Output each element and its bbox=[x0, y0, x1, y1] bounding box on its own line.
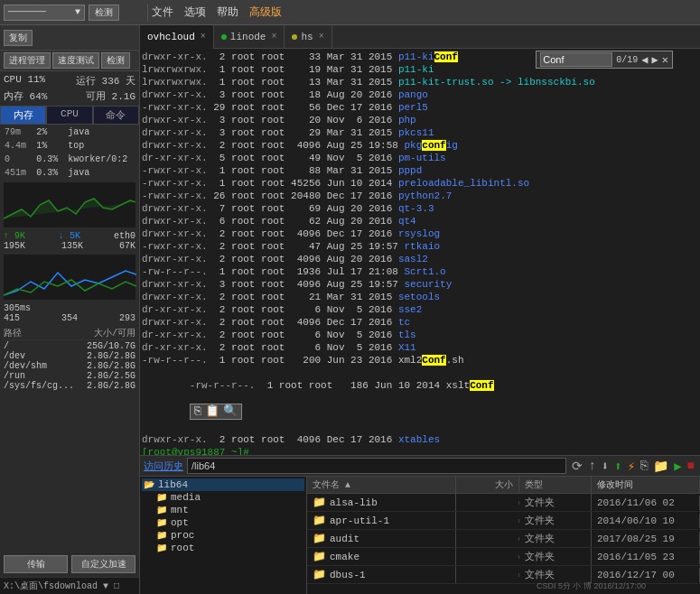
tab-cpu[interactable]: CPU bbox=[46, 106, 92, 125]
table-row: 4.4m1%top bbox=[2, 140, 137, 152]
search-input[interactable] bbox=[540, 52, 612, 67]
custom-accel-btn[interactable]: 自定义加速 bbox=[71, 555, 135, 573]
menu-file[interactable]: 文件 bbox=[152, 5, 173, 20]
stop-icon[interactable]: ■ bbox=[686, 459, 696, 474]
main-layout: 复制 进程管理 速度测试 检测 CPU 11% 运行 336 天 内存 64% … bbox=[0, 25, 700, 594]
cpu-chart bbox=[4, 182, 135, 227]
explorer-path[interactable]: X:\桌面\fsdownload ▼ □ bbox=[0, 577, 139, 594]
term-line: drwxr-xr-x. 2 root root 4096 Dec 17 2016… bbox=[142, 227, 698, 240]
ovhcloud-close[interactable]: × bbox=[201, 32, 206, 42]
prompt-line: [root@vps91887 ~]# bbox=[142, 446, 698, 455]
search-close[interactable]: ✕ bbox=[662, 53, 668, 67]
tree-label: lib64 bbox=[158, 479, 188, 490]
term-line: drwxr-xr-x. 2 root root 21 Mar 31 2015 s… bbox=[142, 291, 698, 303]
address-bar: 访问历史 ⟳ ↑ ⬇ ⬆ ⚡ ⎘ 📁 ▶ ■ bbox=[140, 455, 700, 477]
file-row-apr[interactable]: 📁apr-util-1 文件夹 2014/06/10 10 bbox=[307, 512, 700, 530]
term-line: drwxr-xr-x. 3 root root 4096 Aug 25 19:5… bbox=[142, 278, 698, 291]
menu-help[interactable]: 帮助 bbox=[217, 5, 238, 20]
flash-icon[interactable]: ⚡ bbox=[626, 459, 637, 474]
term-line: drwxr-xr-x. 6 root root 62 Aug 20 2016 q… bbox=[142, 215, 698, 227]
tree-label: root bbox=[171, 543, 194, 553]
net-up: ↑ 9K bbox=[4, 231, 25, 241]
term-line: -rwxr-xr-x. 2 root root 47 Aug 25 19:57 … bbox=[142, 240, 698, 253]
disk-row: /dev/shm2.8G/2.8G bbox=[4, 361, 135, 371]
mem-percent: 内存 64% bbox=[4, 89, 47, 103]
refresh-icon[interactable]: ⟳ bbox=[570, 459, 584, 474]
table-row: 79m2%java bbox=[2, 126, 137, 138]
download-icon[interactable]: ⬇ bbox=[600, 459, 611, 474]
top-menu: 文件 选项 帮助 高级版 bbox=[152, 5, 282, 20]
path-input[interactable] bbox=[187, 458, 566, 474]
tab-mem[interactable]: 内存 bbox=[0, 106, 46, 125]
file-row-alsa[interactable]: 📁alsa-lib 文件夹 2016/11/06 02 bbox=[307, 494, 700, 512]
tree-item-lib64[interactable]: 📂 lib64 bbox=[142, 478, 304, 491]
col-date[interactable]: 修改时间 bbox=[592, 477, 700, 493]
transfer-btn[interactable]: 传输 bbox=[4, 555, 68, 573]
term-line: drwxr-xr-x. 3 root root 29 Mar 31 2015 p… bbox=[142, 126, 698, 139]
play-icon[interactable]: ▶ bbox=[672, 459, 683, 474]
terminal-body[interactable]: 0/19 ◀ ▶ ✕ drwxr-xr-x. 2 root root 33 Ma… bbox=[140, 49, 700, 455]
tree-item-opt[interactable]: 📁 opt bbox=[142, 516, 304, 529]
net-iface: eth0 bbox=[114, 231, 135, 241]
file-row-cmake[interactable]: 📁cmake 文件夹 2016/11/05 23 bbox=[307, 548, 700, 566]
col-type[interactable]: 类型 bbox=[519, 477, 592, 493]
linode-close[interactable]: × bbox=[271, 32, 276, 42]
col-size[interactable]: 大小 bbox=[456, 477, 519, 493]
search-next[interactable]: ▶ bbox=[652, 53, 658, 67]
search-bar: 0/19 ◀ ▶ ✕ bbox=[536, 51, 673, 69]
hs-close[interactable]: × bbox=[319, 32, 324, 42]
term-line: dr-xr-xr-x. 5 root root 49 Nov 5 2016 pm… bbox=[142, 152, 698, 164]
detect2-btn[interactable]: 检测 bbox=[101, 52, 130, 69]
term-line: -rw-r--r--. 1 root root 1936 Jul 17 21:0… bbox=[142, 265, 698, 278]
upload-icon[interactable]: ⬆ bbox=[612, 459, 623, 474]
ovhcloud-tab-label: ovhcloud bbox=[147, 32, 195, 42]
ctx-copy-icon[interactable]: ⎘ bbox=[194, 405, 201, 418]
file-list-header: 文件名 ▲ 大小 类型 修改时间 bbox=[307, 477, 700, 494]
ping-val1: 415 bbox=[4, 313, 20, 323]
menu-options[interactable]: 选项 bbox=[184, 5, 206, 20]
tab-cmd[interactable]: 命令 bbox=[93, 106, 139, 125]
network-section: ↑ 9K ↓ 5K eth0 195K 135K 67K bbox=[0, 229, 139, 253]
tree-item-media[interactable]: 📁 media bbox=[142, 491, 304, 504]
ctx-paste-icon[interactable]: 📋 bbox=[205, 405, 219, 418]
mem-avail: 可用 2.1G bbox=[86, 89, 135, 103]
ping-val3: 293 bbox=[119, 313, 135, 323]
proc-mgmt-btn[interactable]: 进程管理 bbox=[4, 52, 51, 69]
file-list: 文件名 ▲ 大小 类型 修改时间 📁alsa-lib 文件夹 2016/11/0… bbox=[307, 477, 700, 594]
folder-icon-btn[interactable]: 📁 bbox=[651, 459, 670, 474]
term-line: drwxr-xr-x. 2 root root 4096 Dec 17 2016… bbox=[142, 316, 698, 329]
ctx-search-icon[interactable]: 🔍 bbox=[223, 405, 238, 418]
tab-hs[interactable]: hs × bbox=[285, 25, 331, 49]
hs-dot bbox=[292, 34, 297, 40]
col-name[interactable]: 文件名 ▲ bbox=[307, 477, 456, 493]
disk-col-size: 大小/可用 bbox=[94, 327, 135, 339]
connection-dropdown[interactable]: ─────── ▼ bbox=[4, 5, 85, 21]
copy2-icon[interactable]: ⎘ bbox=[639, 459, 649, 474]
history-link[interactable]: 访问历史 bbox=[144, 459, 183, 473]
tab-linode[interactable]: linode × bbox=[214, 25, 285, 49]
search-count: 0/19 bbox=[616, 55, 638, 65]
file-tree: 📂 lib64 📁 media 📁 mnt 📁 opt 📁 pro bbox=[140, 477, 307, 594]
right-panel: ovhcloud × linode × hs × 0/19 bbox=[140, 25, 700, 594]
detect-button[interactable]: 检测 bbox=[89, 5, 119, 21]
menu-advanced[interactable]: 高级版 bbox=[249, 5, 282, 20]
folder-icon: 📁 bbox=[313, 568, 326, 581]
tree-item-proc[interactable]: 📁 proc bbox=[142, 529, 304, 542]
disk-row: /sys/fs/cg...2.8G/2.8G bbox=[4, 381, 135, 391]
tree-label: media bbox=[171, 492, 201, 503]
folder-icon: 📁 bbox=[313, 532, 326, 545]
term-line: dr-xr-xr-x. 2 root root 6 Nov 5 2016 tls bbox=[142, 329, 698, 341]
run-days: 运行 336 天 bbox=[76, 74, 135, 88]
tab-ovhcloud[interactable]: ovhcloud × bbox=[140, 25, 214, 49]
tree-item-mnt[interactable]: 📁 mnt bbox=[142, 504, 304, 516]
up-icon[interactable]: ↑ bbox=[586, 459, 597, 474]
search-prev[interactable]: ◀ bbox=[641, 53, 648, 67]
term-line: drwxr-xr-x. 3 root root 18 Aug 20 2016 p… bbox=[142, 88, 698, 101]
tree-item-root[interactable]: 📁 root bbox=[142, 542, 304, 554]
disk-row: /run2.8G/2.5G bbox=[4, 371, 135, 381]
file-row-audit[interactable]: 📁audit 文件夹 2017/08/25 19 bbox=[307, 530, 700, 548]
terminal-tabs: ovhcloud × linode × hs × bbox=[140, 25, 700, 49]
copy-button[interactable]: 复制 bbox=[4, 30, 33, 46]
speed-test-btn[interactable]: 速度测试 bbox=[52, 52, 99, 69]
folder-icon: 📁 bbox=[156, 530, 167, 541]
